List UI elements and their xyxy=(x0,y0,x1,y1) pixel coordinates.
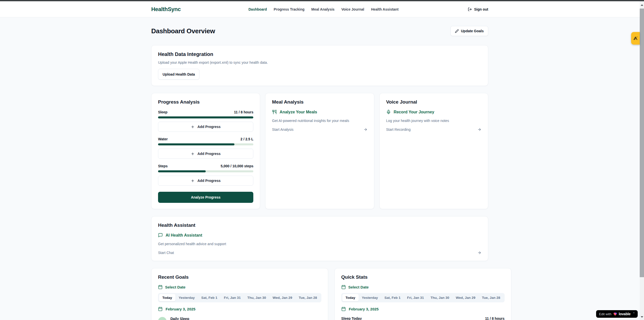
date-tab[interactable]: Wed, Jan 29 xyxy=(452,294,479,301)
edit-with-lovable-badge[interactable]: Edit with lovable × xyxy=(596,310,638,318)
nav-link[interactable]: Meal Analysis xyxy=(311,7,334,11)
select-date-label: Select Date xyxy=(165,285,186,289)
recent-goals-select-date[interactable]: Select Date xyxy=(158,285,321,289)
add-progress-label: Add Progress xyxy=(197,125,221,129)
date-tab[interactable]: Fri, Jan 31 xyxy=(404,294,427,301)
side-widget-tab[interactable] xyxy=(631,32,640,45)
utensils-icon xyxy=(272,110,277,114)
selected-date-label: February 3, 2025 xyxy=(166,307,195,311)
progress-bar xyxy=(158,170,253,172)
assistant-title: Health Assistant xyxy=(158,222,481,228)
record-your-journey-label: Record Your Journey xyxy=(394,110,434,114)
goal-value: 11 / 8 hours xyxy=(234,110,253,114)
nav-link[interactable]: Dashboard xyxy=(249,7,267,11)
scrollbar-thumb[interactable] xyxy=(640,9,644,277)
app-header: HealthSync DashboardProgress TrackingMea… xyxy=(0,1,644,17)
add-progress-button[interactable]: Add Progress xyxy=(158,149,253,159)
calendar-icon xyxy=(158,285,163,289)
meal-analysis-card: Meal Analysis Analyze Your Meals Get AI-… xyxy=(265,93,374,209)
goal-item-name: Daily Sleep xyxy=(170,317,189,320)
progress-title: Progress Analysis xyxy=(158,99,253,105)
stat-value: 11 / 8 hours xyxy=(485,316,504,320)
voice-journal-card: Voice Journal Record Your Journey Log yo… xyxy=(379,93,488,209)
arrow-right-icon xyxy=(477,127,481,132)
main-nav: DashboardProgress TrackingMeal AnalysisV… xyxy=(249,7,398,11)
scroll-up-arrow-icon[interactable] xyxy=(640,3,644,7)
add-progress-button[interactable]: Add Progress xyxy=(158,176,253,186)
plus-icon xyxy=(191,125,195,129)
integration-title: Health Data Integration xyxy=(158,51,481,57)
date-tab[interactable]: Sat, Feb 1 xyxy=(198,294,221,301)
health-data-integration-card: Health Data Integration Upload your Appl… xyxy=(151,45,488,86)
progress-bar xyxy=(158,116,253,118)
goal-list-item: Daily Sleep 11 / 8 hours xyxy=(158,317,321,320)
goal-value: 2 / 2.5 L xyxy=(240,137,253,141)
goal-block: Steps 5,000 / 10,000 steps Add Progress xyxy=(158,164,253,186)
chat-bubble-icon xyxy=(158,233,163,238)
analyze-progress-button[interactable]: Analyze Progress xyxy=(158,192,253,203)
quick-stats-title: Quick Stats xyxy=(341,274,505,280)
quick-stats-select-date[interactable]: Select Date xyxy=(341,285,505,289)
pencil-icon xyxy=(455,29,459,33)
calendar-icon xyxy=(341,307,346,311)
quick-stats-selected-date[interactable]: February 3, 2025 xyxy=(341,307,505,311)
goal-block: Sleep 11 / 8 hours Add Progress xyxy=(158,110,253,132)
start-analysis-action[interactable]: Start Analysis xyxy=(272,127,367,132)
goal-label: Sleep xyxy=(158,110,167,114)
date-tab[interactable]: Sat, Feb 1 xyxy=(381,294,404,301)
start-chat-label: Start Chat xyxy=(158,251,174,255)
ai-health-assistant-label: AI Health Assistant xyxy=(166,233,202,238)
nav-link[interactable]: Voice Journal xyxy=(341,7,364,11)
date-tab[interactable]: Wed, Jan 29 xyxy=(269,294,295,301)
calendar-icon xyxy=(158,307,163,311)
date-tab[interactable]: Yesterday xyxy=(175,294,198,301)
date-tab[interactable]: Thu, Jan 30 xyxy=(427,294,452,301)
microphone-icon xyxy=(386,110,391,114)
app-logo: HealthSync xyxy=(151,6,181,13)
date-tab[interactable]: Today xyxy=(159,294,175,301)
sign-out-icon xyxy=(468,7,472,11)
update-goals-button[interactable]: Update Goals xyxy=(450,26,488,36)
goal-label: Steps xyxy=(158,164,168,168)
date-tab[interactable]: Tue, Jan 28 xyxy=(479,294,504,301)
meal-description: Get AI-powered nutritional insights for … xyxy=(272,119,367,123)
close-icon[interactable]: × xyxy=(633,311,635,314)
ai-health-assistant-link[interactable]: AI Health Assistant xyxy=(158,233,481,238)
selected-date-label: February 3, 2025 xyxy=(349,307,379,311)
calendar-icon xyxy=(341,285,346,289)
stat-label: Sleep Today xyxy=(341,316,362,320)
analyze-your-meals-link[interactable]: Analyze Your Meals xyxy=(272,110,367,114)
goal-value: 5,000 / 10,000 steps xyxy=(221,164,253,168)
add-progress-label: Add Progress xyxy=(197,179,221,183)
voice-description: Log your health journey with voice notes xyxy=(386,119,481,123)
date-tab[interactable]: Thu, Jan 30 xyxy=(244,294,269,301)
date-tabs: TodayYesterdaySat, Feb 1Fri, Jan 31Thu, … xyxy=(158,293,321,302)
start-chat-action[interactable]: Start Chat xyxy=(158,251,481,255)
recent-goals-card: Recent Goals Select Date TodayYesterdayS… xyxy=(151,268,328,320)
nav-link[interactable]: Progress Tracking xyxy=(274,7,304,11)
page-title: Dashboard Overview xyxy=(151,27,215,35)
arrow-right-icon xyxy=(363,127,367,132)
sign-out-button[interactable]: Sign out xyxy=(468,7,488,11)
analyze-your-meals-label: Analyze Your Meals xyxy=(280,110,317,114)
progress-analysis-card: Progress Analysis Sleep 11 / 8 hours xyxy=(151,93,260,209)
lovable-label: lovable xyxy=(619,312,631,316)
add-progress-label: Add Progress xyxy=(197,152,221,156)
start-recording-label: Start Recording xyxy=(386,127,411,132)
upload-health-data-button[interactable]: Upload Health Data xyxy=(158,69,199,80)
start-recording-action[interactable]: Start Recording xyxy=(386,127,481,132)
scroll-down-arrow-icon[interactable] xyxy=(640,315,644,319)
date-tab[interactable]: Fri, Jan 31 xyxy=(221,294,244,301)
recent-goals-selected-date[interactable]: February 3, 2025 xyxy=(158,307,321,311)
health-assistant-card: Health Assistant AI Health Assistant Get… xyxy=(151,216,488,261)
date-tab[interactable]: Today xyxy=(342,294,359,301)
record-your-journey-link[interactable]: Record Your Journey xyxy=(386,110,481,114)
date-tab[interactable]: Tue, Jan 28 xyxy=(295,294,320,301)
goal-label: Water xyxy=(158,137,168,141)
select-date-label: Select Date xyxy=(348,285,369,289)
sign-out-label: Sign out xyxy=(474,7,488,11)
vertical-scrollbar[interactable] xyxy=(640,1,644,320)
date-tab[interactable]: Yesterday xyxy=(359,294,381,301)
add-progress-button[interactable]: Add Progress xyxy=(158,122,253,132)
nav-link[interactable]: Health Assistant xyxy=(371,7,398,11)
